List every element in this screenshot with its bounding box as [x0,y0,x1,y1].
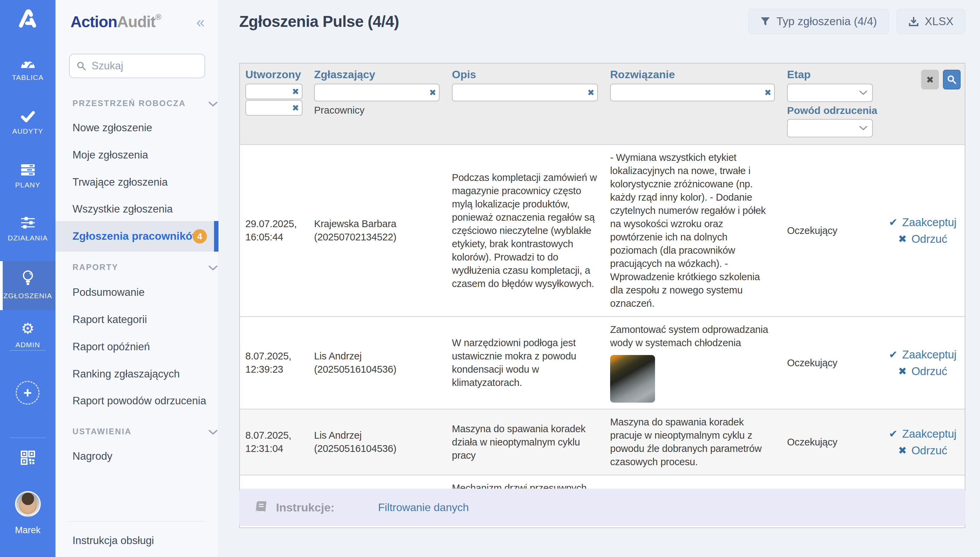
reject-link[interactable]: ✖Odrzuć [898,365,947,378]
section-workspace-title: PRZESTRZEŃ ROBOCZA [72,99,186,108]
cell-description: Maszyna do spawania koradek działa w nie… [446,409,605,475]
cross-icon: ✖ [898,232,906,246]
column-description: Opis ✖ [446,68,605,140]
search-input[interactable] [91,60,198,72]
rail-item-audyty[interactable]: AUDYTY [0,111,56,135]
plus-icon: + [23,384,32,401]
icon-rail: TABLICA AUDYTY PLANY [0,0,56,557]
reporter-input[interactable] [314,84,439,101]
sidebar-item-nagrody[interactable]: Nagrody [72,450,112,463]
sidebar-item-instrukcja-obslugi[interactable]: Instrukcja obsługi [72,534,154,547]
cell-stage: Oczekujący [782,409,882,475]
search-icon [947,75,957,85]
user-name: Marek [0,525,56,536]
qr-code-icon [21,451,35,465]
cell-description: Podczas kompletacji zamówień w magazynie… [446,145,605,316]
column-actions: ✖ [882,68,965,140]
rail-item-label: ADMIN [15,341,40,349]
rail-item-tablica[interactable]: TABLICA [0,57,56,81]
layers-list-icon [20,164,35,176]
column-stage: Etap Powód odrzucenia [782,68,882,140]
rail-item-label: PLANY [15,181,41,189]
cell-created: 8.07.2025, 12:31:04 [240,409,309,475]
sidebar-item-ranking-zglaszajacych[interactable]: Ranking zgłaszających [72,368,180,380]
clear-filters-button[interactable]: ✖ [921,70,939,90]
rail-item-label: DZIAŁANIA [8,234,48,242]
rail-item-label: TABLICA [12,73,44,81]
rail-item-plany[interactable]: PLANY [0,164,56,189]
cell-actions: ✔Zaakceptuj ✖Odrzuć [882,409,965,475]
sidebar-item-zgloszenia-pracownikow[interactable]: Zgłoszenia pracowników 4 [56,221,219,252]
brand-mark[interactable] [0,8,56,30]
reject-link[interactable]: ✖Odrzuć [898,444,947,457]
sidebar-item-wszystkie-zgloszenia[interactable]: Wszystkie zgłoszenia [72,203,173,215]
cell-stage: Oczekujący [782,317,882,409]
created-from-filter: ✖ [245,84,302,99]
cell-reporter: Krajewska Barbara (20250702134522) [309,145,446,316]
apply-search-button[interactable] [943,70,960,90]
cell-description: W narzędziowni podłoga jest ustawicznie … [446,317,605,409]
description-filter: ✖ [452,84,598,101]
stage-select[interactable] [787,84,873,102]
book-icon [255,500,267,514]
section-reports-title: RAPORTY [72,262,118,272]
clear-icon: ✖ [926,75,934,85]
column-solution: Rozwiązanie ✖ [605,68,782,140]
sidebar-item-raport-kategorii[interactable]: Raport kategorii [72,314,147,326]
clear-icon[interactable]: ✖ [587,88,595,98]
clear-icon[interactable]: ✖ [764,88,771,98]
clear-icon[interactable]: ✖ [429,88,436,98]
attachment-photo-thumbnail[interactable] [610,355,655,402]
reporter-group-label: Pracownicy [314,105,439,116]
sidebar-item-raport-powodow-odrzucenia[interactable]: Raport powodów odrzucenia [72,395,206,407]
gear-icon: ⚙ [21,321,34,336]
active-item-label: Zgłoszenia pracowników [72,230,201,243]
description-input[interactable] [452,84,598,101]
sidebar-collapse-button[interactable]: « [196,14,204,31]
filtering-help-link[interactable]: Filtrowanie danych [378,501,469,514]
search-icon [77,60,86,72]
main-area: Zgłoszenia Pulse (4/4) Typ zgłoszenia (4… [219,0,980,557]
cell-created: 29.07.2025, 16:05:44 [240,145,309,316]
solution-input[interactable] [610,84,775,101]
rail-divider [10,438,46,438]
cross-icon: ✖ [898,444,906,457]
export-xlsx-button[interactable]: XLSX [897,9,965,34]
accept-link[interactable]: ✔Zaakceptuj [889,427,956,440]
cell-solution: Zamontować system odprowadzania wody w s… [605,317,782,409]
clear-icon[interactable]: ✖ [292,87,299,96]
sidebar-item-moje-zgloszenia[interactable]: Moje zgłoszenia [72,149,148,161]
cell-solution: Maszyna do spawania koradek pracuje w ni… [605,409,782,475]
sidebar-item-podsumowanie[interactable]: Podsumowanie [72,286,145,298]
column-created: Utworzony ✖ ✖ [240,68,309,140]
check-icon: ✔ [889,216,897,229]
rail-item-zgloszenia-active[interactable]: ZGŁOSZENIA [0,261,56,310]
sliders-icon [20,216,35,229]
lightbulb-icon [20,270,35,287]
sidebar-item-raport-opoznien[interactable]: Raport opóźnień [72,341,150,353]
rail-item-admin[interactable]: ⚙ ADMIN [0,321,56,349]
qr-code-button[interactable] [0,451,56,465]
reject-link[interactable]: ✖Odrzuć [898,232,947,246]
user-avatar[interactable] [15,491,41,517]
sidebar: ActionAudit® « PRZESTRZEŃ ROBOCZA Nowe z… [56,0,219,557]
accept-link[interactable]: ✔Zaakceptuj [889,348,956,361]
rail-item-label: ZGŁOSZENIA [3,292,52,300]
rail-item-dzialania[interactable]: DZIAŁANIA [0,216,56,242]
clear-icon[interactable]: ✖ [292,103,299,113]
rejection-reason-select[interactable] [787,119,873,137]
section-settings-title: USTAWIENIA [72,427,132,436]
cross-icon: ✖ [898,365,906,378]
add-workspace-button[interactable]: + [16,381,39,405]
chevron-down-icon[interactable] [209,427,217,437]
cell-actions: ✔Zaakceptuj ✖Odrzuć [882,317,965,409]
cell-actions: ✔Zaakceptuj ✖Odrzuć [882,145,965,316]
table-row: 8.07.2025, 12:39:23 Lis Andrzej (2025051… [240,316,965,409]
chevron-down-icon[interactable] [209,263,217,273]
sidebar-item-nowe-zgloszenie[interactable]: Nowe zgłoszenie [72,122,152,134]
sidebar-item-trwajace-zgloszenia[interactable]: Trwające zgłoszenia [72,176,168,188]
type-filter-button[interactable]: Typ zgłoszenia (4/4) [748,9,889,34]
accept-link[interactable]: ✔Zaakceptuj [889,216,956,229]
chevron-down-icon[interactable] [209,99,217,109]
chevron-down-icon [859,126,867,130]
